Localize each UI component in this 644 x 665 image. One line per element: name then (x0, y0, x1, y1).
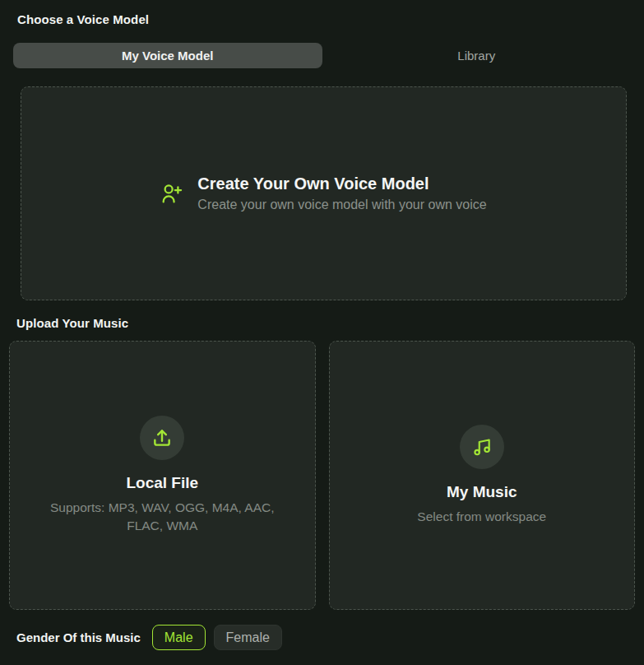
local-file-supported-formats: Supports: MP3, WAV, OGG, M4A, AAC, FLAC,… (37, 499, 288, 536)
user-plus-icon (160, 183, 183, 205)
music-icon-circle (460, 425, 504, 469)
upload-icon (151, 427, 173, 449)
gender-of-music-label: Gender Of this Music (16, 630, 141, 644)
upload-options-row: Local File Supports: MP3, WAV, OGG, M4A,… (9, 341, 635, 610)
tab-my-voice-model[interactable]: My Voice Model (13, 43, 322, 68)
upload-icon-circle (140, 416, 184, 460)
tab-library[interactable]: Library (322, 43, 632, 68)
local-file-upload-card[interactable]: Local File Supports: MP3, WAV, OGG, M4A,… (9, 341, 316, 610)
create-voice-model-text: Create Your Own Voice Model Create your … (197, 174, 486, 212)
music-note-icon (471, 436, 493, 458)
gender-male-button[interactable]: Male (152, 625, 206, 650)
choose-voice-model-label: Choose a Voice Model (17, 12, 644, 26)
create-voice-model-subtitle: Create your own voice model with your ow… (197, 198, 486, 212)
voice-model-tabbar: My Voice Model Library (13, 43, 631, 68)
upload-your-music-label: Upload Your Music (16, 316, 644, 330)
gender-female-button[interactable]: Female (214, 625, 282, 650)
create-voice-model-title: Create Your Own Voice Model (197, 174, 486, 193)
create-voice-model-content: Create Your Own Voice Model Create your … (160, 174, 486, 212)
my-music-subtitle: Select from workspace (417, 508, 546, 526)
my-music-card[interactable]: My Music Select from workspace (329, 341, 636, 610)
gender-selector-row: Gender Of this Music Male Female (16, 625, 644, 650)
local-file-title: Local File (126, 474, 198, 492)
create-voice-model-panel[interactable]: Create Your Own Voice Model Create your … (21, 86, 627, 300)
my-music-title: My Music (447, 483, 517, 501)
